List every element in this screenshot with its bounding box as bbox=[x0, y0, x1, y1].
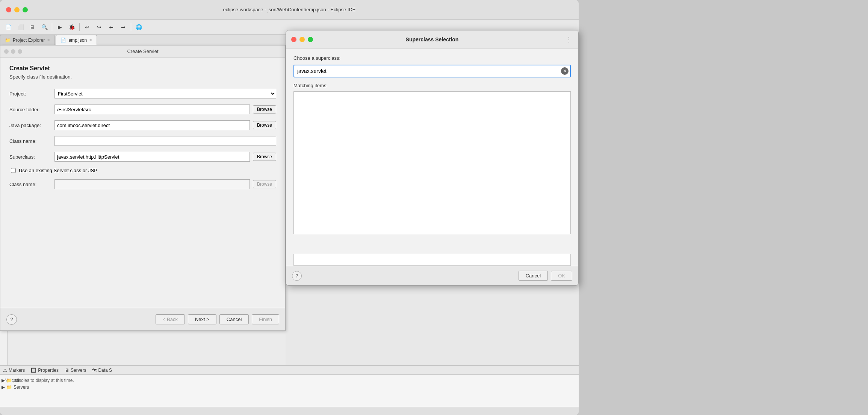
servers-folder-icon: 📁 bbox=[6, 385, 12, 390]
dialog-btn-2 bbox=[11, 49, 15, 54]
superclass-cancel-button[interactable]: Cancel bbox=[519, 271, 548, 281]
source-folder-browse-button[interactable]: Browse bbox=[253, 105, 276, 114]
toolbar-sep-1 bbox=[52, 23, 52, 31]
superclass-close-button[interactable] bbox=[291, 37, 296, 42]
data-icon: 🗺 bbox=[92, 368, 97, 373]
superclass-search-input[interactable] bbox=[294, 65, 561, 77]
emp-json-tab[interactable]: 📄 emp.json ✕ bbox=[56, 35, 97, 45]
tab-icon: 📁 bbox=[5, 38, 11, 43]
tab-label: Project Explorer bbox=[13, 38, 45, 43]
jstl-folder-icon: 📁 bbox=[6, 378, 12, 383]
class-name2-row: Class name: Browse bbox=[9, 179, 276, 189]
superclass-maximize-button[interactable] bbox=[308, 37, 313, 42]
toolbar-sep-3 bbox=[131, 23, 131, 31]
java-package-input[interactable] bbox=[54, 120, 250, 130]
debug-button[interactable]: 🐞 bbox=[67, 22, 77, 32]
project-explorer-tab[interactable]: 📁 Project Explorer ✕ bbox=[0, 35, 55, 45]
toolbar-btn-7[interactable]: ⬅ bbox=[106, 22, 116, 32]
toolbar-btn-2[interactable]: ⬜ bbox=[15, 22, 26, 32]
superclass-minimize-button[interactable] bbox=[299, 37, 305, 42]
matching-items-list[interactable] bbox=[293, 91, 571, 234]
superclass-help-button[interactable]: ? bbox=[292, 271, 302, 281]
markers-icon: ⚠ bbox=[3, 368, 7, 373]
superclass-menu-dots[interactable]: ⋮ bbox=[566, 35, 573, 44]
superclass-window-controls bbox=[291, 37, 313, 42]
properties-tab[interactable]: 🔲 Properties bbox=[31, 368, 59, 373]
servers-item[interactable]: ▶ 📁 Servers bbox=[2, 384, 29, 391]
java-package-label: Java package: bbox=[9, 123, 54, 128]
tab-label: emp.json bbox=[68, 38, 87, 43]
superclass-footer: ? Cancel OK bbox=[286, 266, 578, 285]
servers-tab[interactable]: 🖥 Servers bbox=[65, 368, 86, 373]
create-servlet-dialog-content: Create Servlet Specify class file destin… bbox=[0, 58, 285, 203]
tab-close-btn[interactable]: ✕ bbox=[89, 38, 92, 42]
create-servlet-dialog-title: Create Servlet bbox=[127, 48, 158, 54]
toolbar-sep-2 bbox=[79, 23, 80, 31]
next-button[interactable]: Next > bbox=[188, 314, 216, 324]
matching-items-label: Matching items: bbox=[293, 83, 571, 88]
properties-label: Properties bbox=[38, 368, 59, 373]
help-button[interactable]: ? bbox=[6, 314, 17, 325]
source-folder-input[interactable] bbox=[54, 105, 250, 114]
source-folder-label: Source folder: bbox=[9, 107, 54, 112]
back-button[interactable]: < Back bbox=[156, 314, 185, 324]
window-close-button[interactable] bbox=[6, 7, 11, 12]
servers-expand-icon: ▶ bbox=[2, 385, 5, 390]
window-title: eclipse-workspace - json/WebContent/emp.… bbox=[223, 7, 355, 12]
tab-close-btn[interactable]: ✕ bbox=[47, 38, 50, 42]
superclass-search-clear-button[interactable]: ✕ bbox=[561, 67, 569, 75]
superclass-ok-button[interactable]: OK bbox=[551, 271, 572, 281]
servers-label: Servers bbox=[71, 368, 86, 373]
create-servlet-title-bar: Create Servlet bbox=[0, 45, 285, 58]
jstl-expand-icon: ▶ bbox=[2, 378, 5, 383]
jstl-item[interactable]: ▶ 📁 jstl bbox=[2, 377, 29, 384]
cancel-button[interactable]: Cancel bbox=[219, 314, 249, 324]
toolbar-btn-3[interactable]: 🖥 bbox=[27, 22, 38, 32]
window-maximize-button[interactable] bbox=[23, 7, 28, 12]
toolbar-btn-8[interactable]: ➡ bbox=[118, 22, 129, 32]
project-row: Project: FirstServlet bbox=[9, 89, 276, 98]
superclass-label: Superclass: bbox=[9, 154, 54, 160]
run-button[interactable]: ▶ bbox=[54, 22, 65, 32]
dialog-window-controls bbox=[4, 49, 22, 54]
tab-icon: 📄 bbox=[60, 38, 66, 43]
superclass-selection-dialog: Superclass Selection ⋮ Choose a supercla… bbox=[286, 30, 579, 286]
markers-label: Markers bbox=[9, 368, 25, 373]
superclass-input[interactable] bbox=[54, 152, 250, 162]
dialog-btn-1 bbox=[4, 49, 9, 54]
superclass-dialog-title: Superclass Selection bbox=[406, 36, 459, 42]
create-servlet-footer: ? < Back Next > Cancel Finish bbox=[0, 308, 285, 330]
finish-button[interactable]: Finish bbox=[252, 314, 279, 324]
class-name-input[interactable] bbox=[54, 136, 276, 146]
class-name2-input[interactable] bbox=[54, 179, 250, 189]
dialog-heading: Create Servlet bbox=[9, 65, 276, 72]
toolbar-btn-5[interactable]: ↩ bbox=[82, 22, 92, 32]
toolbar-btn-4[interactable]: 🔍 bbox=[39, 22, 50, 32]
bottom-content: No consoles to display at this time. bbox=[0, 375, 579, 386]
data-sources-tab[interactable]: 🗺 Data S bbox=[92, 368, 112, 373]
superclass-status-area bbox=[293, 254, 571, 266]
class-name2-browse-button[interactable]: Browse bbox=[253, 180, 276, 188]
dialog-header: Create Servlet Specify class file destin… bbox=[9, 65, 276, 80]
project-select[interactable]: FirstServlet bbox=[54, 89, 276, 98]
dialog-btn-3 bbox=[18, 49, 22, 54]
existing-servlet-checkbox[interactable] bbox=[11, 168, 16, 173]
dialog-description: Specify class file destination. bbox=[9, 74, 276, 80]
toolbar-btn-6[interactable]: ↪ bbox=[94, 22, 104, 32]
class-name-row: Class name: bbox=[9, 136, 276, 146]
superclass-search-row: ✕ bbox=[293, 65, 571, 77]
window-minimize-button[interactable] bbox=[14, 7, 20, 12]
window-controls bbox=[6, 7, 28, 12]
existing-servlet-label: Use an existing Servlet class or JSP bbox=[19, 168, 97, 173]
superclass-title-bar: Superclass Selection ⋮ bbox=[286, 30, 578, 48]
superclass-row: Superclass: Browse bbox=[9, 152, 276, 162]
markers-tab[interactable]: ⚠ Markers bbox=[3, 368, 25, 373]
new-button[interactable]: 📄 bbox=[3, 22, 14, 32]
sidebar-items-area: ▶ 📁 jstl ▶ 📁 Servers bbox=[2, 377, 29, 391]
data-label: Data S bbox=[98, 368, 112, 373]
bottom-tabs: ⚠ Markers 🔲 Properties 🖥 Servers 🗺 Data … bbox=[0, 366, 579, 375]
superclass-browse-button[interactable]: Browse bbox=[253, 153, 276, 161]
toolbar-btn-9[interactable]: 🌐 bbox=[133, 22, 144, 32]
java-package-browse-button[interactable]: Browse bbox=[253, 121, 276, 129]
class-name2-label: Class name: bbox=[9, 182, 54, 187]
